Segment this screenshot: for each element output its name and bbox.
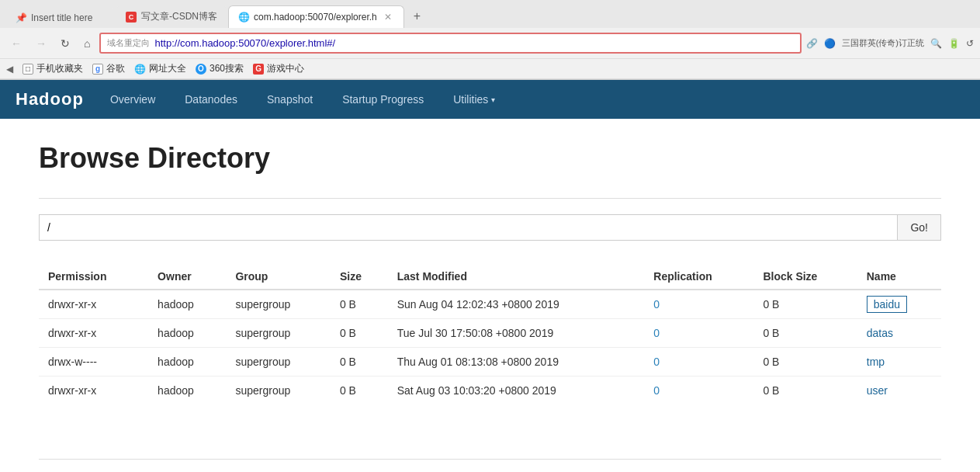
cell-name[interactable]: user [857,377,941,405]
tab-bar: 📌 Insert title here C 写文章-CSDN博客 🌐 com.h… [0,0,980,28]
col-last-modified: Last Modified [388,264,645,290]
tab-title-hadoop: com.hadoop:50070/explorer.h [254,12,377,23]
cell-last-modified: Sun Aug 04 12:02:43 +0800 2019 [388,290,645,319]
table-row: drwx-w----hadoopsupergroup0 BThu Aug 01 … [39,348,941,377]
bookmark-google-label: 谷歌 [106,62,125,75]
tab-icon-insert: 📌 [16,12,26,23]
new-tab-button[interactable]: + [406,5,428,28]
hadoop-navbar: Hadoop Overview Datanodes Snapshot Start… [0,80,980,119]
bookmark-nav360[interactable]: 🌐 网址大全 [134,62,186,75]
cell-owner: hadoop [148,377,226,405]
directory-table: Permission Owner Group Size Last Modifie… [39,264,941,404]
account-icon[interactable]: 🔵 [824,38,836,49]
cell-group: supergroup [226,377,331,405]
cell-owner: hadoop [148,348,226,377]
main-content: Browse Directory Go! Permission Owner Gr… [0,119,980,428]
page-title: Browse Directory [39,142,941,175]
col-group: Group [226,264,331,290]
tab-csdn[interactable]: C 写文章-CSDN博客 [116,5,227,28]
col-owner: Owner [148,264,226,290]
cell-replication[interactable]: 0 [644,377,753,405]
tab-icon-hadoop: 🌐 [238,12,249,23]
cell-replication[interactable]: 0 [644,290,753,319]
table-row: drwxr-xr-xhadoopsupergroup0 BTue Jul 30 … [39,319,941,348]
game-icon: G [253,64,264,75]
bookmark-mobile[interactable]: □ 手机收藏夹 [23,62,83,75]
cell-name[interactable]: datas [857,319,941,348]
bookmark-360search[interactable]: O 360搜索 [196,62,244,75]
cell-permission: drwx-w---- [39,348,148,377]
nav-label: 三国群英(传奇)订正统 [842,37,924,49]
cell-block-size: 0 B [753,290,857,319]
table-row: drwxr-xr-xhadoopsupergroup0 BSun Aug 04 … [39,290,941,319]
battery-icon: 🔋 [948,38,960,49]
hadoop-brand: Hadoop [16,89,84,109]
tab-title-csdn: 写文章-CSDN博客 [141,10,217,23]
cell-size: 0 B [331,319,388,348]
browser-chrome: 📌 Insert title here C 写文章-CSDN博客 🌐 com.h… [0,0,980,80]
cell-size: 0 B [331,348,388,377]
tab-title-insert: Insert title here [31,12,106,23]
tab-insert-title[interactable]: 📌 Insert title here [6,8,115,28]
refresh-button[interactable]: ↻ [56,34,74,53]
mobile-icon: □ [23,64,33,75]
cell-permission: drwxr-xr-x [39,290,148,319]
address-input[interactable] [154,37,793,49]
tab-hadoop[interactable]: 🌐 com.hadoop:50070/explorer.h ✕ [228,5,404,28]
cell-name[interactable]: tmp [857,348,941,377]
cell-block-size: 0 B [753,377,857,405]
address-bar-container: 域名重定向 [99,33,801,54]
table-row: drwxr-xr-xhadoopsupergroup0 BSat Aug 03 … [39,377,941,405]
home-button[interactable]: ⌂ [79,34,95,53]
redirect-label: 域名重定向 [107,37,150,49]
nav-right-icons: 🔗 🔵 三国群英(传奇)订正统 🔍 🔋 ↺ [806,37,974,49]
footer-row: Hadoop, 2014. https://blog.csdn.net/qq_4… [39,459,941,472]
cell-replication[interactable]: 0 [644,319,753,348]
cell-permission: drwxr-xr-x [39,377,148,405]
nav-utilities[interactable]: Utilities ▾ [450,82,498,116]
bookmarks-left-arrow[interactable]: ◀ [6,64,13,75]
history-icon[interactable]: ↺ [966,38,974,49]
tab-close-hadoop[interactable]: ✕ [382,11,394,23]
divider [39,198,941,199]
bookmark-nav360-label: 网址大全 [149,62,186,75]
back-button[interactable]: ← [6,34,26,53]
footer: Hadoop, 2014. https://blog.csdn.net/qq_4… [0,428,980,472]
cell-block-size: 0 B [753,348,857,377]
search-icon[interactable]: 🔍 [930,38,942,49]
nav-datanodes[interactable]: Datanodes [182,82,241,116]
col-name: Name [857,264,941,290]
cell-size: 0 B [331,290,388,319]
bookmark-game-label: 游戏中心 [267,62,304,75]
go-button[interactable]: Go! [897,214,941,241]
cell-last-modified: Thu Aug 01 08:13:08 +0800 2019 [388,348,645,377]
table-body: drwxr-xr-xhadoopsupergroup0 BSun Aug 04 … [39,290,941,404]
cell-replication[interactable]: 0 [644,348,753,377]
nav-overview[interactable]: Overview [107,82,158,116]
bookmarks-bar: ◀ □ 手机收藏夹 g 谷歌 🌐 网址大全 O 360搜索 G 游戏中心 [0,59,980,79]
bookmark-game[interactable]: G 游戏中心 [253,62,304,75]
bookmark-360-label: 360搜索 [210,62,244,75]
forward-button[interactable]: → [31,34,51,53]
nav-startup-progress[interactable]: Startup Progress [339,82,427,116]
col-size: Size [331,264,388,290]
table-header-row: Permission Owner Group Size Last Modifie… [39,264,941,290]
cell-last-modified: Sat Aug 03 10:03:20 +0800 2019 [388,377,645,405]
cell-last-modified: Tue Jul 30 17:50:08 +0800 2019 [388,319,645,348]
tab-icon-csdn: C [126,12,137,23]
nav360-icon: 🌐 [134,64,146,75]
bookmark-google[interactable]: g 谷歌 [92,62,125,75]
cell-permission: drwxr-xr-x [39,319,148,348]
cell-name[interactable]: baidu [857,290,941,319]
cell-group: supergroup [226,319,331,348]
cell-block-size: 0 B [753,319,857,348]
bookmark-mobile-label: 手机收藏夹 [36,62,83,75]
nav-snapshot[interactable]: Snapshot [264,82,316,116]
directory-search: Go! [39,214,941,241]
col-permission: Permission [39,264,148,290]
cell-group: supergroup [226,348,331,377]
directory-input[interactable] [39,214,897,241]
share-icon[interactable]: 🔗 [806,38,818,49]
navigation-bar: ← → ↻ ⌂ 域名重定向 🔗 🔵 三国群英(传奇)订正统 🔍 🔋 ↺ [0,28,980,59]
google-icon: g [92,64,103,75]
